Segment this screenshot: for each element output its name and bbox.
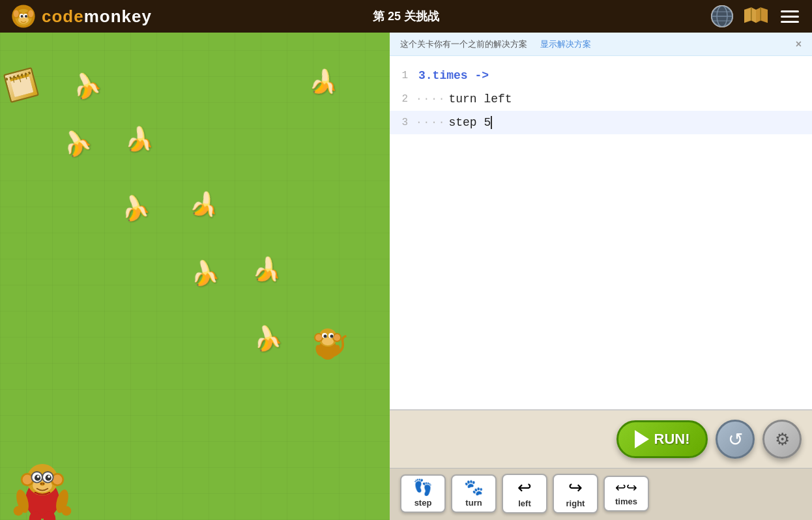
logo-text: codemonkey <box>42 7 152 27</box>
map-button[interactable] <box>744 5 768 28</box>
menu-line-2 <box>781 16 799 18</box>
text-cursor <box>491 116 492 129</box>
line-2-indent: ···· <box>413 93 448 105</box>
svg-point-42 <box>330 335 334 338</box>
code-line-3: 3 ···· step 5 <box>390 111 812 134</box>
close-notification-button[interactable]: × <box>796 38 802 50</box>
times-label: times <box>615 497 637 506</box>
right-label: right <box>566 498 585 508</box>
header: codemonkey 第 25 关挑战 <box>0 0 812 33</box>
bottom-toolbar: RUN! ↺ ⚙ <box>390 409 812 468</box>
svg-point-7 <box>21 15 23 18</box>
svg-point-60 <box>42 483 44 485</box>
svg-point-49 <box>23 475 33 485</box>
line-1-content: 3.times -> <box>418 69 489 82</box>
banana-7: 🍌 <box>189 258 220 288</box>
right-command-button[interactable]: ↪ right <box>553 474 598 513</box>
banana-8: 🍌 <box>251 253 285 285</box>
banana-3: 🍌 <box>58 125 95 161</box>
menu-line-3 <box>781 21 799 23</box>
svg-point-56 <box>37 476 40 478</box>
svg-point-12 <box>28 10 33 17</box>
turn-command-button[interactable]: 🐾 turn <box>451 474 497 513</box>
right-icon: ↪ <box>568 479 583 496</box>
svg-point-37 <box>334 334 340 341</box>
run-button[interactable]: RUN! <box>616 420 708 458</box>
menu-line-1 <box>781 10 799 12</box>
svg-marker-21 <box>744 8 756 23</box>
step-command-button[interactable]: 👣 step <box>400 474 446 513</box>
svg-point-63 <box>14 506 23 516</box>
left-icon: ↩ <box>517 479 532 496</box>
globe-icon <box>710 5 734 28</box>
reset-icon: ↺ <box>728 429 743 450</box>
times-icon: ↩↪ <box>615 481 637 494</box>
menu-button[interactable] <box>778 5 802 28</box>
svg-point-64 <box>62 506 72 516</box>
svg-point-41 <box>324 335 327 338</box>
left-command-button[interactable]: ↩ left <box>502 474 547 513</box>
line-number-3: 3 <box>390 117 413 128</box>
banana-1: 🍌 <box>68 68 104 102</box>
main-layout: 🍌 🍌 🍌 🍌 🍌 🍌 🍌 🍌 🍌 <box>0 33 812 520</box>
banana-4: 🍌 <box>124 124 155 154</box>
banana-5: 🍌 <box>119 192 152 224</box>
logo-icon <box>10 3 36 29</box>
turn-label: turn <box>465 498 482 508</box>
notification-message: 这个关卡你有一个之前的解决方案 <box>400 38 527 50</box>
left-label: left <box>518 498 531 508</box>
svg-point-19 <box>712 6 732 27</box>
game-area: 🍌 🍌 🍌 🍌 🍌 🍌 🍌 🍌 🍌 <box>0 33 390 520</box>
svg-marker-22 <box>756 8 768 23</box>
banana-9: 🍌 <box>251 323 283 354</box>
logo-area: codemonkey <box>10 3 152 29</box>
line-3-indent: ···· <box>413 117 448 128</box>
settings-icon: ⚙ <box>775 429 790 450</box>
reset-button[interactable]: ↺ <box>716 420 755 459</box>
svg-point-11 <box>14 10 19 17</box>
map-icon <box>744 5 768 28</box>
right-panel: 这个关卡你有一个之前的解决方案 显示解决方案 × 1 3.times -> 2 … <box>390 33 812 520</box>
code-line-2: 2 ···· turn left <box>390 87 812 111</box>
ruler-icon <box>3 67 39 103</box>
code-line-1: 1 3.times -> <box>390 64 812 87</box>
svg-point-50 <box>53 475 63 485</box>
line-number-2: 2 <box>390 93 413 105</box>
line-3-content: step 5 <box>448 116 492 129</box>
monkey-game-character <box>305 318 351 364</box>
notification-text: 这个关卡你有一个之前的解决方案 显示解决方案 <box>400 38 591 50</box>
line-number-1: 1 <box>390 70 413 81</box>
step-icon: 👣 <box>413 480 433 495</box>
step-label: step <box>414 498 432 508</box>
header-title: 第 25 关挑战 <box>373 8 439 24</box>
svg-point-57 <box>48 476 50 478</box>
svg-point-38 <box>322 338 334 345</box>
notification-bar: 这个关卡你有一个之前的解决方案 显示解决方案 × <box>390 33 812 56</box>
monkey-standing-character <box>7 448 78 520</box>
turn-icon: 🐾 <box>464 480 484 495</box>
svg-point-36 <box>315 334 322 341</box>
show-solution-link[interactable]: 显示解决方案 <box>540 38 591 50</box>
run-label: RUN! <box>654 431 690 448</box>
banana-2: 🍌 <box>308 66 341 98</box>
code-editor[interactable]: 1 3.times -> 2 ···· turn left 3 ···· ste… <box>390 56 812 409</box>
line-2-content: turn left <box>448 93 512 106</box>
banana-6: 🍌 <box>187 188 222 222</box>
globe-button[interactable] <box>710 5 734 28</box>
svg-point-59 <box>40 483 42 485</box>
times-command-button[interactable]: ↩↪ times <box>603 476 649 512</box>
command-buttons-row: 👣 step 🐾 turn ↩ left ↪ right ↩↪ times <box>390 468 812 520</box>
svg-point-8 <box>25 15 27 18</box>
play-icon <box>635 430 649 448</box>
header-right <box>710 5 802 28</box>
settings-button[interactable]: ⚙ <box>762 420 802 459</box>
